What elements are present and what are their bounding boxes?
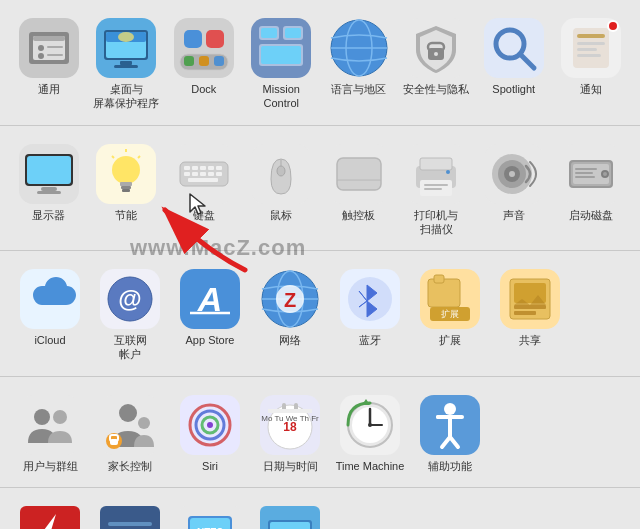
icon-switchresx[interactable]: SwitchResX SwitchResX <box>250 502 330 529</box>
icon-network[interactable]: Z 网络 <box>250 265 330 351</box>
icon-app-store[interactable]: A App Store <box>170 265 250 351</box>
svg-rect-28 <box>261 46 301 64</box>
svg-point-149 <box>368 423 372 427</box>
svg-point-89 <box>509 171 515 177</box>
svg-text:扩展: 扩展 <box>441 309 459 319</box>
svg-rect-123 <box>20 395 80 455</box>
icon-general[interactable]: 通用 <box>10 14 88 100</box>
svg-rect-82 <box>424 184 448 186</box>
svg-point-74 <box>277 166 285 176</box>
svg-rect-55 <box>122 189 130 192</box>
svg-rect-18 <box>206 30 224 48</box>
svg-rect-45 <box>577 54 601 57</box>
icon-sharing[interactable]: 共享 <box>490 265 570 351</box>
icon-bluetooth[interactable]: 蓝牙 <box>330 265 410 351</box>
svg-point-125 <box>53 410 67 424</box>
icon-spotlight[interactable]: Spotlight <box>475 14 553 100</box>
svg-rect-53 <box>120 182 132 186</box>
svg-rect-70 <box>216 172 222 176</box>
icon-siri[interactable]: Siri <box>170 391 250 477</box>
svg-rect-48 <box>27 156 71 184</box>
svg-rect-65 <box>216 166 222 170</box>
svg-rect-158 <box>108 522 152 526</box>
section-other: Flash Player FUSE FUSE NTFS NTFS for Mac… <box>0 488 640 529</box>
svg-rect-42 <box>577 34 605 38</box>
section-internet: iCloud @ 互联网 帐户 A App Store <box>0 251 640 377</box>
svg-rect-62 <box>192 166 198 170</box>
icon-printer[interactable]: 打印机与 扫描仪 <box>398 140 476 241</box>
icon-language[interactable]: 语言与地区 <box>320 14 398 100</box>
icon-users[interactable]: 用户与群组 <box>10 391 90 477</box>
section-system: 用户与群组 家长控制 <box>0 377 640 488</box>
icon-date-time[interactable]: Su Mo Tu We Th Fr Sa 18 日期与时间 <box>250 391 330 477</box>
svg-rect-50 <box>37 191 61 194</box>
svg-rect-54 <box>121 186 131 189</box>
svg-point-152 <box>444 403 456 415</box>
svg-text:Z: Z <box>284 289 296 311</box>
svg-rect-114 <box>428 279 460 307</box>
icon-mouse[interactable]: 鼠标 <box>243 140 321 226</box>
svg-point-95 <box>603 172 607 176</box>
svg-rect-122 <box>514 311 536 315</box>
svg-rect-121 <box>514 305 546 309</box>
icon-icloud[interactable]: iCloud <box>10 265 90 351</box>
svg-rect-67 <box>192 172 198 176</box>
svg-rect-5 <box>47 54 63 56</box>
svg-text:18: 18 <box>283 420 297 434</box>
svg-point-136 <box>207 422 213 428</box>
svg-rect-21 <box>214 56 224 66</box>
icon-trackpad[interactable]: 触控板 <box>320 140 398 226</box>
svg-rect-44 <box>577 48 597 51</box>
icon-sound[interactable]: 声音 <box>475 140 553 226</box>
icon-internet-accounts[interactable]: @ 互联网 帐户 <box>90 265 170 366</box>
icon-keyboard[interactable]: 键盘 <box>165 140 243 226</box>
svg-rect-49 <box>41 187 57 191</box>
svg-rect-19 <box>184 56 194 66</box>
icon-display[interactable]: 显示器 <box>10 140 88 226</box>
section-hardware: 显示器 节能 <box>0 126 640 252</box>
svg-rect-63 <box>200 166 206 170</box>
svg-rect-69 <box>208 172 214 176</box>
icon-parental-controls[interactable]: 家长控制 <box>90 391 170 477</box>
svg-rect-3 <box>33 36 65 41</box>
svg-rect-83 <box>424 188 442 190</box>
svg-rect-80 <box>420 158 452 170</box>
svg-rect-64 <box>208 166 214 170</box>
svg-point-124 <box>34 409 50 425</box>
icon-extensions[interactable]: 扩展 扩展 <box>410 265 490 351</box>
icon-startup-disk[interactable]: 启动磁盘 <box>553 140 631 226</box>
section-personal: 通用 桌面与 屏幕保护程序 <box>0 0 640 126</box>
svg-rect-68 <box>200 172 206 176</box>
svg-rect-115 <box>434 275 444 283</box>
icon-flash-player[interactable]: Flash Player <box>10 502 90 529</box>
svg-point-12 <box>118 32 134 42</box>
svg-point-52 <box>112 156 140 184</box>
svg-rect-66 <box>184 172 190 176</box>
svg-text:@: @ <box>118 285 141 312</box>
icon-energy[interactable]: 节能 <box>88 140 166 226</box>
svg-rect-96 <box>575 168 597 170</box>
svg-rect-97 <box>575 172 593 174</box>
svg-rect-43 <box>577 42 605 45</box>
icon-dock[interactable]: Dock <box>165 14 243 100</box>
icon-time-machine[interactable]: Time Machine <box>330 391 410 477</box>
icon-notification[interactable]: 通知 <box>553 14 631 100</box>
icon-desktop[interactable]: 桌面与 屏幕保护程序 <box>88 14 166 115</box>
svg-point-127 <box>119 404 137 422</box>
svg-rect-26 <box>261 28 277 38</box>
icon-ntfs[interactable]: NTFS NTFS for Mac OS X <box>170 502 250 529</box>
svg-rect-98 <box>575 176 595 178</box>
icon-mission-control[interactable]: Mission Control <box>243 14 321 115</box>
svg-rect-168 <box>270 522 310 529</box>
svg-rect-13 <box>120 61 132 65</box>
icon-accessibility[interactable]: 辅助功能 <box>410 391 490 477</box>
svg-rect-7 <box>47 46 63 48</box>
icon-security[interactable]: 安全性与隐私 <box>398 14 476 100</box>
svg-rect-14 <box>114 65 138 68</box>
svg-point-6 <box>38 45 44 51</box>
svg-line-58 <box>112 156 114 158</box>
svg-point-128 <box>138 417 150 429</box>
icon-fuse[interactable]: FUSE FUSE <box>90 502 170 529</box>
svg-rect-27 <box>285 28 301 38</box>
svg-point-4 <box>38 53 44 59</box>
